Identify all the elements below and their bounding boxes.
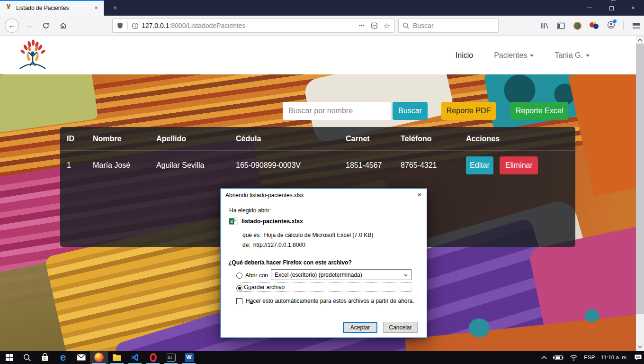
tracking-shield-icon[interactable]: [116, 22, 124, 29]
open-with-select[interactable]: Excel (escritorio) (predeterminada): [271, 269, 411, 280]
window-minimize-button[interactable]: [579, 0, 600, 16]
paint-stroke: [585, 309, 599, 322]
address-separator: [127, 21, 128, 30]
taskbar-opera-button[interactable]: [144, 351, 162, 364]
account-badge: [613, 19, 617, 23]
library-icon[interactable]: [540, 22, 549, 29]
window-close-button[interactable]: ×: [622, 0, 644, 16]
taskbar-search-button[interactable]: [18, 351, 36, 364]
cell-id: 1: [60, 151, 86, 181]
wifi-icon[interactable]: [570, 355, 578, 361]
extension-globe-icon[interactable]: [573, 22, 581, 30]
chevron-up-icon: [638, 38, 642, 41]
new-tab-button[interactable]: +: [108, 0, 122, 16]
page-scrollbar[interactable]: [636, 36, 644, 351]
language-indicator[interactable]: ESP: [584, 355, 595, 360]
reporte-pdf-button[interactable]: Reporte PDF: [441, 102, 496, 120]
taskbar-vscode-button[interactable]: [126, 351, 144, 364]
home-icon: [60, 22, 67, 29]
window-restore-button[interactable]: [600, 0, 622, 16]
start-button[interactable]: [0, 351, 18, 364]
browser-search-bar[interactable]: [398, 18, 499, 33]
nav-item-inicio[interactable]: Inicio: [456, 51, 473, 60]
clock[interactable]: 11:10 a. m.: [601, 355, 628, 360]
home-button[interactable]: [56, 18, 70, 33]
open-with-radio[interactable]: [236, 273, 242, 279]
address-bar[interactable]: 127.0.0.1:8000/ListadodePacientes ••• ☆: [112, 18, 394, 33]
restore-icon: [609, 6, 614, 10]
cancelar-button[interactable]: Cancelar: [383, 322, 418, 333]
tray-chevron-up-icon[interactable]: [541, 355, 547, 359]
site-logo[interactable]: [16, 39, 49, 73]
taskbar-mail-button[interactable]: [72, 351, 90, 364]
nav-item-pacientes[interactable]: Pacientes: [494, 51, 534, 60]
account-button[interactable]: [607, 21, 615, 31]
dialog-filetype-row: que es:Hoja de cálculo de Microsoft Exce…: [242, 232, 373, 238]
save-file-focus-box[interactable]: Guardar archivo: [241, 282, 411, 292]
dialog-close-icon[interactable]: ×: [417, 191, 421, 199]
chevron-down-icon: [404, 273, 408, 277]
system-tray: ESP 11:10 a. m.: [541, 351, 642, 364]
chevron-down-icon: [638, 346, 642, 348]
browser-search-input[interactable]: [413, 22, 484, 29]
scrollbar-up-button[interactable]: [636, 36, 644, 44]
forward-button[interactable]: →: [22, 18, 36, 33]
vscode-icon: [131, 353, 139, 362]
dialog-question: ¿Qué debería hacer Firefox con este arch…: [228, 259, 352, 266]
nav-item-user[interactable]: Tania G.: [555, 51, 590, 60]
clinic-logo-icon: [16, 39, 49, 71]
opera-icon: [150, 353, 157, 362]
bookmark-star-icon[interactable]: ☆: [384, 21, 390, 30]
back-button[interactable]: ←: [5, 18, 19, 33]
battery-charging-icon[interactable]: [553, 355, 564, 361]
buscar-button[interactable]: Buscar: [393, 102, 428, 120]
taskbar-explorer-button[interactable]: [108, 351, 126, 364]
eliminar-button[interactable]: Eliminar: [500, 156, 538, 174]
patient-search-input[interactable]: [283, 102, 391, 120]
taskbar-cmd-button[interactable]: C:\: [162, 351, 180, 364]
pocket-icon[interactable]: [371, 22, 378, 29]
file-explorer-icon: [112, 354, 122, 361]
cell-acciones: Editar Eliminar: [459, 151, 575, 181]
browser-navbar: ← → 127.0.0.1:8000/ListadodePacientes ••…: [0, 16, 644, 36]
site-info-icon[interactable]: [132, 22, 139, 29]
scrollbar-thumb[interactable]: [636, 44, 644, 314]
word-icon: W: [185, 353, 194, 362]
auto-action-label: Hacer esto automáticamente para estos ar…: [246, 298, 414, 304]
auto-action-checkbox[interactable]: [236, 298, 242, 304]
nav-item-pacientes-label: Pacientes: [494, 51, 527, 60]
sidebar-icon[interactable]: [557, 22, 565, 29]
site-nav: Inicio Pacientes Tania G.: [456, 36, 590, 74]
window-controls: ×: [579, 0, 644, 16]
action-center-icon[interactable]: [634, 354, 642, 361]
search-icon: [23, 354, 31, 362]
menu-hamburger-icon[interactable]: [633, 23, 640, 28]
aceptar-button[interactable]: Aceptar: [343, 322, 377, 333]
extension-spheres-icon[interactable]: [590, 22, 599, 29]
editar-button[interactable]: Editar: [466, 156, 493, 174]
url-domain: 127.0.0.1: [142, 22, 169, 29]
tab-close-icon[interactable]: ×: [92, 4, 100, 11]
taskbar-store-button[interactable]: [36, 351, 54, 364]
taskbar-firefox-button[interactable]: [90, 351, 108, 364]
column-header-nombre: Nombre: [86, 127, 150, 151]
auto-label-pre: H: [246, 298, 250, 304]
windows-logo-icon: [6, 354, 13, 361]
column-header-acciones: Acciones: [459, 127, 575, 151]
url-text: 127.0.0.1:8000/ListadodePacientes: [142, 22, 359, 29]
reload-button[interactable]: [39, 18, 53, 33]
taskbar-word-button[interactable]: W: [180, 351, 198, 364]
auto-action-row: Hacer esto automáticamente para estos ar…: [236, 298, 414, 304]
toolbar-separator: [623, 21, 624, 30]
excel-file-icon: X: [229, 218, 238, 225]
scrollbar-down-button[interactable]: [636, 343, 644, 351]
cell-cedula: 165-090899-0003V: [229, 151, 339, 181]
save-label-post: ardar archivo: [251, 284, 285, 291]
reporte-excel-button[interactable]: Reporte Excel: [510, 102, 568, 120]
taskbar-edge-button[interactable]: e: [54, 351, 72, 364]
chevron-down-icon: [586, 55, 590, 57]
page-actions-icon[interactable]: •••: [359, 23, 365, 28]
column-header-cedula: Cédula: [229, 127, 339, 151]
column-header-carnet: Carnet: [339, 127, 394, 151]
browser-tab[interactable]: Listado de Pacientes ×: [0, 0, 104, 16]
